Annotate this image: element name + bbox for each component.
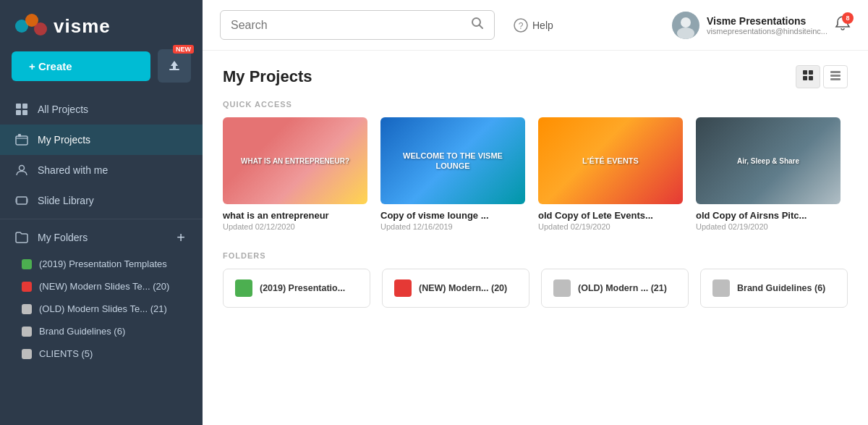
folder-card-icon-brand	[712, 279, 730, 297]
svg-rect-22	[803, 70, 807, 75]
sidebar-item-slide-library-label: Slide Library	[38, 195, 94, 206]
folder-card-brand[interactable]: Brand Guidelines (6)	[700, 269, 848, 308]
upload-icon	[167, 59, 182, 73]
folder-item-brand[interactable]: Brand Guidelines (6)	[0, 320, 203, 342]
svg-rect-7	[16, 110, 21, 115]
grid-view-button[interactable]	[796, 65, 820, 88]
content-area: My Projects	[203, 51, 868, 425]
folder-label-brand: Brand Guidelines (6)	[39, 326, 125, 337]
sidebar: visme + Create NEW All Projects My Pr	[0, 0, 203, 425]
project-date-events: Updated 02/19/2020	[538, 222, 683, 231]
search-input[interactable]	[231, 19, 471, 32]
notifications-button[interactable]: 8	[835, 15, 851, 35]
create-button[interactable]: + Create	[12, 51, 150, 81]
upload-button[interactable]: NEW	[158, 49, 191, 83]
visme-logo-icon	[14, 13, 48, 39]
help-button[interactable]: ? Help	[514, 18, 553, 33]
add-folder-button[interactable]: +	[174, 230, 188, 245]
svg-rect-27	[830, 75, 841, 77]
project-date-lounge: Updated 12/16/2019	[380, 222, 525, 231]
avatar-icon	[672, 12, 699, 39]
svg-point-2	[34, 22, 47, 35]
project-thumb-airsns: Air, Sleep & Share	[696, 117, 841, 204]
project-name-lounge: Copy of visme lounge ...	[380, 210, 525, 221]
svg-rect-28	[830, 78, 841, 80]
help-icon: ?	[514, 18, 528, 33]
folder-item-clients[interactable]: CLIENTS (5)	[0, 342, 203, 365]
sidebar-logo: visme	[0, 0, 203, 49]
folder-item-old-modern[interactable]: (OLD) Modern Slides Te... (21)	[0, 298, 203, 320]
folder-card-old-modern[interactable]: (OLD) Modern ... (21)	[541, 269, 689, 308]
user-info: Visme Presentations vismepresentations@h…	[707, 15, 827, 35]
project-date-airsns: Updated 02/19/2020	[696, 222, 841, 231]
svg-point-20	[681, 17, 691, 28]
project-thumb-lounge: WELCOME TO THE VISME LOUNGE	[380, 117, 525, 204]
user-email: vismepresentations@hindsiteinc...	[707, 27, 827, 35]
svg-point-21	[677, 28, 694, 39]
user-area: Visme Presentations vismepresentations@h…	[672, 12, 851, 39]
svg-rect-24	[803, 76, 807, 80]
svg-point-11	[20, 166, 25, 171]
notifications-badge: 8	[842, 12, 854, 24]
svg-rect-5	[16, 104, 21, 109]
user-name: Visme Presentations	[707, 15, 827, 27]
folder-card-2019[interactable]: (2019) Presentatio...	[223, 269, 370, 308]
folder-card-name-new-modern: (NEW) Modern... (20)	[419, 283, 507, 293]
sidebar-item-shared-label: Shared with me	[38, 164, 108, 176]
list-view-button[interactable]	[823, 65, 848, 88]
svg-rect-8	[22, 110, 27, 115]
svg-rect-6	[22, 104, 27, 109]
search-button[interactable]	[471, 17, 484, 33]
svg-marker-4	[171, 61, 178, 69]
folder-card-new-modern[interactable]: (NEW) Modern... (20)	[382, 269, 529, 308]
search-icon	[471, 17, 484, 30]
folder-open-icon	[14, 230, 29, 245]
main-content: ? Help Visme Presentations vismepresenta…	[203, 0, 868, 425]
svg-rect-10	[18, 134, 21, 137]
grid-icon	[14, 102, 29, 117]
folder-color-clients	[22, 349, 32, 359]
sidebar-item-my-projects-label: My Projects	[38, 134, 90, 146]
folder-card-icon-new-modern	[394, 279, 412, 297]
sidebar-item-all-projects[interactable]: All Projects	[0, 94, 203, 125]
folder-color-old-modern	[22, 304, 32, 314]
project-card-airsns[interactable]: Air, Sleep & Share old Copy of Airsns Pi…	[696, 117, 841, 231]
action-row: + Create NEW	[0, 49, 203, 94]
project-card-lounge[interactable]: WELCOME TO THE VISME LOUNGE Copy of vism…	[380, 117, 525, 231]
folder-color-brand	[22, 327, 32, 337]
new-badge: NEW	[173, 45, 194, 54]
page-title: My Projects	[223, 67, 796, 86]
topbar: ? Help Visme Presentations vismepresenta…	[203, 0, 868, 51]
project-name-entrepreneur: what is an entrepreneur	[223, 210, 367, 221]
svg-text:?: ?	[519, 21, 524, 31]
folder-card-icon-2019	[235, 279, 252, 297]
folder-card-icon-old-modern	[553, 279, 571, 297]
folder-item-new-modern[interactable]: (NEW) Modern Slides Te... (20)	[0, 275, 203, 298]
folders-section-label: FOLDERS	[223, 251, 848, 260]
svg-rect-14	[27, 198, 28, 203]
project-card-events[interactable]: L'ÉTÉ EVENTS old Copy of Lete Events... …	[538, 117, 683, 231]
svg-rect-23	[809, 70, 813, 75]
my-folders-label: My Folders	[38, 232, 165, 243]
search-box[interactable]	[220, 10, 495, 40]
project-name-airsns: old Copy of Airsns Pitc...	[696, 210, 841, 221]
myprojects-icon	[14, 132, 29, 147]
sidebar-item-my-projects[interactable]: My Projects	[0, 125, 203, 155]
svg-rect-9	[16, 136, 27, 145]
svg-rect-25	[809, 76, 813, 80]
grid-view-icon	[802, 70, 814, 81]
svg-line-16	[480, 25, 483, 29]
project-card-entrepreneur[interactable]: WHAT IS AN ENTREPRENEUR? what is an entr…	[223, 117, 367, 231]
project-thumb-entrepreneur: WHAT IS AN ENTREPRENEUR?	[223, 117, 367, 204]
folder-label-new-modern: (NEW) Modern Slides Te... (20)	[39, 281, 169, 292]
sidebar-item-shared-with-me[interactable]: Shared with me	[0, 155, 203, 185]
folder-item-2019[interactable]: (2019) Presentation Templates	[0, 253, 203, 275]
folder-card-name-brand: Brand Guidelines (6)	[737, 283, 825, 293]
svg-rect-13	[15, 198, 17, 203]
folder-card-name-old-modern: (OLD) Modern ... (21)	[578, 283, 667, 293]
content-header: My Projects	[223, 65, 848, 88]
logo-text: visme	[54, 15, 111, 38]
folder-label-2019: (2019) Presentation Templates	[39, 258, 167, 269]
sidebar-item-slide-library[interactable]: Slide Library	[0, 185, 203, 216]
slides-icon	[14, 193, 29, 208]
